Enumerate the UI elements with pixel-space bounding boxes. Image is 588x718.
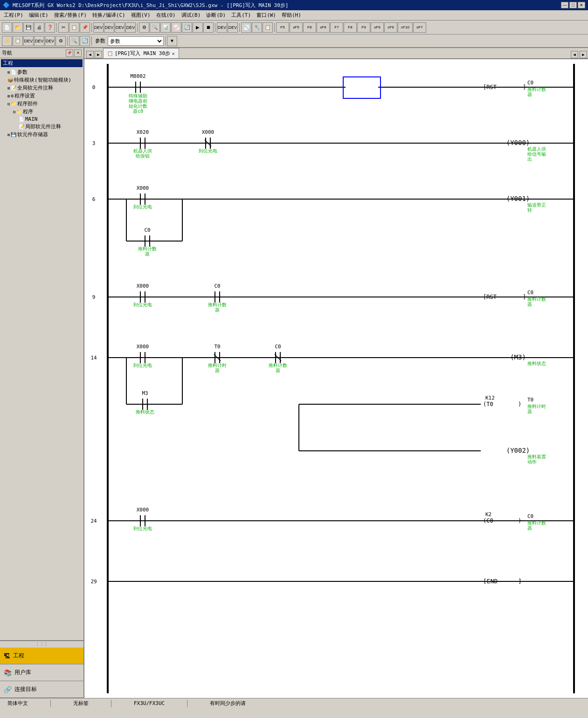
- menu-diagnose[interactable]: 诊断(D): [203, 11, 228, 20]
- menu-search[interactable]: 搜索/替换(F): [51, 11, 90, 20]
- menu-convert[interactable]: 转换/编译(C): [90, 11, 128, 20]
- f9-btn[interactable]: F9: [357, 22, 370, 33]
- copy-button[interactable]: 📋: [69, 22, 79, 33]
- cf10-btn[interactable]: cF10: [398, 22, 413, 33]
- nav-item-program[interactable]: ⊟ 📁 程序: [2, 108, 83, 116]
- tab-nav-left[interactable]: ◀: [86, 51, 94, 58]
- menu-project[interactable]: 工程(P): [1, 11, 26, 20]
- menu-view[interactable]: 视图(V): [128, 11, 153, 20]
- sf5-btn[interactable]: sF5: [290, 22, 303, 33]
- expand-global[interactable]: ⊞: [7, 86, 10, 90]
- tb2-icon4[interactable]: DEV: [34, 36, 44, 46]
- print-button[interactable]: 🖨: [34, 22, 44, 33]
- tb-icon5[interactable]: 🔄: [182, 22, 192, 33]
- param-select[interactable]: 参数: [108, 36, 164, 46]
- menu-debug[interactable]: 调试(B): [179, 11, 204, 20]
- tb2-icon8[interactable]: 🔄: [80, 36, 90, 46]
- cf9-btn[interactable]: cF9: [384, 22, 397, 33]
- tb-icon7[interactable]: ⏹: [203, 22, 214, 33]
- nav-item-prog-parts[interactable]: ⊟ 📁 程序部件: [2, 100, 83, 108]
- sf9-btn[interactable]: sF9: [371, 22, 384, 33]
- menu-online[interactable]: 在线(O): [153, 11, 179, 20]
- tb-icon10[interactable]: 📋: [263, 22, 273, 33]
- connection-bottom-label: 连接目标: [14, 685, 37, 693]
- tb2-icon5[interactable]: DEV: [45, 36, 55, 46]
- sf6-btn[interactable]: sF6: [317, 22, 330, 33]
- tab-bar: ◀ ▶ 📋 [PRG]写入 MAIN 30步 ✕ ◀ ▶: [84, 48, 588, 59]
- f5-btn[interactable]: F5: [276, 22, 289, 33]
- prog-parts-icon: 📁: [11, 101, 16, 106]
- nav-item-local-comment[interactable]: 📝 局部软元件注释: [2, 123, 83, 131]
- tab-close-btn[interactable]: ✕: [172, 51, 174, 56]
- tb-icon8[interactable]: 📉: [241, 22, 251, 33]
- maximize-button[interactable]: □: [569, 2, 577, 8]
- menu-help[interactable]: 帮助(H): [279, 11, 304, 20]
- tb-icon2[interactable]: 🔍: [150, 22, 160, 33]
- tab-nav-right[interactable]: ▶: [95, 51, 102, 58]
- f7-btn[interactable]: F7: [330, 22, 343, 33]
- ladder-area[interactable]: 0 M8002 特殊辅助 继电器初 始化计数 器c0 [RST ] C0 推料计…: [84, 59, 588, 698]
- tab-next-icon[interactable]: ▶: [580, 51, 587, 58]
- nav-pin-btn[interactable]: 📌: [66, 49, 73, 57]
- menu-window[interactable]: 窗口(W): [254, 11, 279, 20]
- nav-bottom-userlib[interactable]: 📚 用户库: [0, 664, 83, 681]
- nav-item-special-module[interactable]: 📦 特殊模块(智能功能模块): [2, 76, 83, 84]
- m8002-comment3: 始化计数: [129, 104, 147, 109]
- nav-bottom-connection[interactable]: 🔗 连接目标: [0, 681, 83, 698]
- tb-icon3[interactable]: 📊: [160, 22, 171, 33]
- expand-prog-parts[interactable]: ⊟: [7, 102, 10, 106]
- save-button[interactable]: 💾: [23, 22, 34, 33]
- minimize-button[interactable]: —: [561, 2, 568, 8]
- tb2-icon9[interactable]: ▼: [167, 36, 177, 46]
- y000-comment1: 机器人供: [527, 146, 546, 152]
- c0-9-label: C0: [214, 283, 220, 289]
- tb-icon9[interactable]: 🔧: [252, 22, 262, 33]
- tab-prev-icon[interactable]: ◀: [571, 51, 578, 58]
- tb2-icon7[interactable]: 🔍: [69, 36, 79, 46]
- nav-item-main[interactable]: 📄 MAIN: [2, 116, 83, 123]
- nav-item-device-memory[interactable]: ⊞ 💾 软元件存储器: [2, 131, 83, 138]
- expand-device-memory[interactable]: ⊞: [7, 132, 10, 137]
- y002-comment2: 动作: [527, 459, 537, 464]
- nav-resize-handle[interactable]: ⋮⋮⋮: [0, 641, 83, 648]
- nav-item-global-comment[interactable]: ⊞ 📝 全局软元件注释: [2, 84, 83, 92]
- tb2-icon6[interactable]: ⚙: [55, 36, 66, 46]
- tb2-icon2[interactable]: 📋: [13, 36, 23, 46]
- main-tab[interactable]: 📋 [PRG]写入 MAIN 30步 ✕: [103, 48, 179, 58]
- menu-edit[interactable]: 编辑(E): [26, 11, 51, 20]
- tb-dev5[interactable]: DEV: [217, 22, 227, 33]
- tb2-icon1[interactable]: ⚡: [2, 36, 12, 46]
- tb2-icon3[interactable]: DEV: [23, 36, 34, 46]
- tb-dev3[interactable]: DEV: [115, 22, 125, 33]
- expand-params[interactable]: ⊞: [7, 70, 10, 75]
- tb-dev2[interactable]: DEV: [104, 22, 114, 33]
- nav-close-btn[interactable]: ✕: [74, 49, 82, 57]
- tb-icon6[interactable]: ▶: [193, 22, 203, 33]
- f6-btn[interactable]: F6: [303, 22, 316, 33]
- c0-6-comment1: 推料计数: [138, 246, 157, 251]
- paste-button[interactable]: 📌: [80, 22, 90, 33]
- special-module-icon: 📦: [7, 77, 13, 83]
- sf7-btn[interactable]: sF7: [413, 22, 426, 33]
- tb-icon1[interactable]: ⚙: [139, 22, 149, 33]
- new-button[interactable]: 📄: [2, 22, 12, 33]
- nav-bottom-project[interactable]: 🏗 工程: [0, 648, 83, 664]
- tb-icon4[interactable]: 📈: [171, 22, 181, 33]
- expand-program[interactable]: ⊟: [13, 110, 15, 114]
- nav-item-params[interactable]: ⊞ 📄 参数: [2, 68, 83, 76]
- m3-par-label: M3: [142, 390, 148, 396]
- f8-btn[interactable]: F8: [344, 22, 357, 33]
- close-button[interactable]: ✕: [578, 2, 585, 8]
- help-btn[interactable]: ❓: [45, 22, 55, 33]
- tb-dev4[interactable]: DEV: [125, 22, 136, 33]
- main-layout: 导航 📌 ✕ 工程 ⊞ 📄 参数 📦 特殊模块(智能功能模块) ⊞: [0, 48, 588, 698]
- open-button[interactable]: 📂: [13, 22, 23, 33]
- status-hint: 有时间少步的请: [206, 700, 249, 707]
- menu-tools[interactable]: 工具(T): [228, 11, 254, 20]
- tb-dev1[interactable]: DEV: [93, 22, 104, 33]
- cut-button[interactable]: ✂: [58, 22, 69, 33]
- tb-dev6[interactable]: DEV: [228, 22, 238, 33]
- tab-nav-right-area: ◀ ▶: [571, 51, 588, 58]
- expand-prog-settings[interactable]: ⊞: [7, 94, 10, 98]
- nav-item-prog-settings[interactable]: ⊞ ⚙ 程序设置: [2, 92, 83, 100]
